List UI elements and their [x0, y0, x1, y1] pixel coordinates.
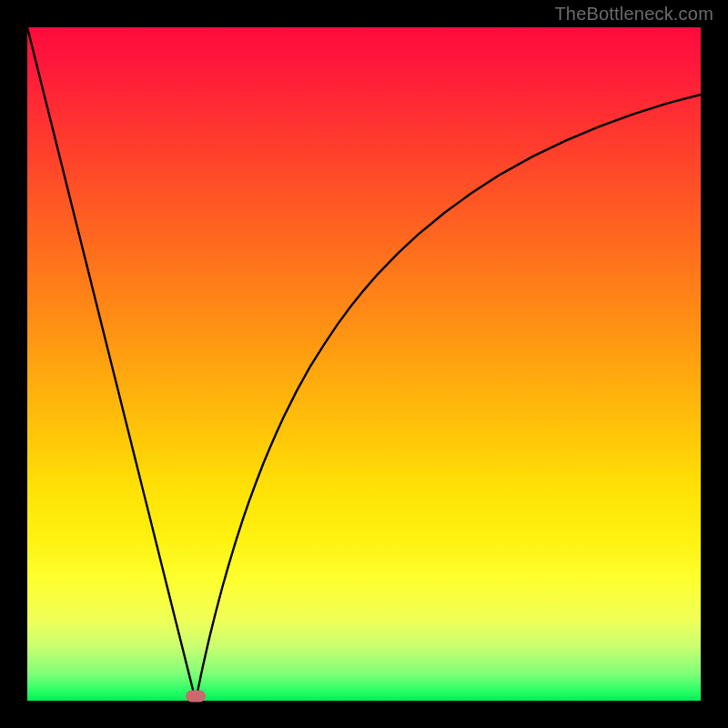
plot-area	[27, 27, 701, 701]
watermark-text: TheBottleneck.com	[554, 4, 713, 25]
bottleneck-curve	[27, 27, 701, 701]
chart-frame: TheBottleneck.com	[0, 0, 728, 728]
optimal-point-marker	[186, 691, 206, 703]
